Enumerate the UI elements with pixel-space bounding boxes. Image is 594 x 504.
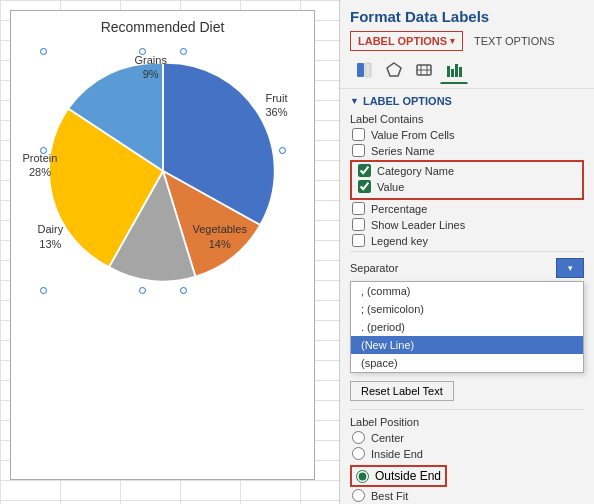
chart-container[interactable]: Recommended Diet bbox=[10, 10, 315, 480]
label-show-leader[interactable]: Show Leader Lines bbox=[371, 219, 465, 231]
label-dairy: Dairy 13% bbox=[38, 222, 64, 251]
rb-outside-end[interactable] bbox=[356, 470, 369, 483]
size-icon bbox=[415, 61, 433, 79]
cb-series-name[interactable] bbox=[352, 144, 365, 157]
separator-arrow: ▾ bbox=[568, 263, 573, 273]
sep-option-newline[interactable]: (New Line) bbox=[351, 336, 583, 354]
panel-header: Format Data Labels LABEL OPTIONS ▾ TEXT … bbox=[340, 0, 594, 89]
radio-row-inside-end: Inside End bbox=[350, 447, 584, 460]
tab-label-options-arrow: ▾ bbox=[450, 36, 455, 46]
rb-center[interactable] bbox=[352, 431, 365, 444]
label-vegetables: Vegetables 14% bbox=[193, 222, 247, 251]
spreadsheet-area: Recommended Diet bbox=[0, 0, 340, 504]
checkbox-row-percentage: Percentage bbox=[350, 202, 584, 215]
label-grains: Grains 9% bbox=[135, 53, 167, 82]
tab-text-options[interactable]: TEXT OPTIONS bbox=[467, 32, 561, 50]
sep-option-period[interactable]: . (period) bbox=[351, 318, 583, 336]
svg-rect-1 bbox=[365, 63, 371, 77]
checkbox-row-category-name: Category Name bbox=[356, 164, 578, 177]
separator-dropdown[interactable]: ▾ bbox=[556, 258, 584, 278]
handle-right[interactable] bbox=[279, 147, 286, 154]
svg-rect-8 bbox=[451, 69, 454, 77]
checkbox-row-series-name: Series Name bbox=[350, 144, 584, 157]
reset-label-text-btn[interactable]: Reset Label Text bbox=[350, 381, 454, 401]
cb-value[interactable] bbox=[358, 180, 371, 193]
section-header-label-options[interactable]: ▼ LABEL OPTIONS bbox=[350, 95, 584, 107]
shape-icon bbox=[385, 61, 403, 79]
label-contains-title: Label Contains bbox=[350, 113, 584, 125]
checkbox-row-value: Value bbox=[356, 180, 578, 193]
section-title: LABEL OPTIONS bbox=[363, 95, 452, 107]
fill-icon-btn[interactable] bbox=[350, 56, 378, 84]
fill-icon bbox=[355, 61, 373, 79]
tab-row: LABEL OPTIONS ▾ TEXT OPTIONS bbox=[350, 31, 584, 51]
cb-value-cells[interactable] bbox=[352, 128, 365, 141]
format-data-labels-panel: Format Data Labels LABEL OPTIONS ▾ TEXT … bbox=[340, 0, 594, 504]
handle-bottom-left[interactable] bbox=[40, 287, 47, 294]
chart-title: Recommended Diet bbox=[101, 19, 225, 35]
sep-option-space[interactable]: (space) bbox=[351, 354, 583, 372]
panel-body-wrapper: ▼ LABEL OPTIONS Label Contains Value Fro… bbox=[340, 89, 594, 504]
handle-bottom-right[interactable] bbox=[180, 287, 187, 294]
label-category-name[interactable]: Category Name bbox=[377, 165, 454, 177]
sep-option-comma[interactable]: , (comma) bbox=[351, 282, 583, 300]
label-series-name[interactable]: Series Name bbox=[371, 145, 435, 157]
cb-legend-key[interactable] bbox=[352, 234, 365, 247]
tab-label-options[interactable]: LABEL OPTIONS ▾ bbox=[350, 31, 463, 51]
checkbox-row-legend-key: Legend key bbox=[350, 234, 584, 247]
outside-end-row: Outside End bbox=[350, 465, 447, 487]
sep-option-semicolon[interactable]: ; (semicolon) bbox=[351, 300, 583, 318]
rb-inside-end[interactable] bbox=[352, 447, 365, 460]
cb-percentage[interactable] bbox=[352, 202, 365, 215]
chart-icon bbox=[445, 61, 463, 79]
size-icon-btn[interactable] bbox=[410, 56, 438, 84]
label-inside-end[interactable]: Inside End bbox=[371, 448, 423, 460]
separator-popup: , (comma) ; (semicolon) . (period) (New … bbox=[350, 281, 584, 373]
radio-row-center: Center bbox=[350, 431, 584, 444]
label-value[interactable]: Value bbox=[377, 181, 404, 193]
shape-icon-btn[interactable] bbox=[380, 56, 408, 84]
label-position-title: Label Position bbox=[350, 416, 584, 428]
cb-show-leader[interactable] bbox=[352, 218, 365, 231]
radio-row-best-fit: Best Fit bbox=[350, 489, 584, 502]
panel-body: ▼ LABEL OPTIONS Label Contains Value Fro… bbox=[340, 89, 594, 504]
icon-row bbox=[350, 50, 584, 88]
label-best-fit[interactable]: Best Fit bbox=[371, 490, 408, 502]
section-triangle: ▼ bbox=[350, 96, 359, 106]
label-value-cells[interactable]: Value From Cells bbox=[371, 129, 455, 141]
svg-rect-0 bbox=[357, 63, 364, 77]
checkbox-row-show-leader: Show Leader Lines bbox=[350, 218, 584, 231]
label-percentage[interactable]: Percentage bbox=[371, 203, 427, 215]
pie-svg bbox=[43, 51, 283, 291]
svg-rect-9 bbox=[455, 64, 458, 77]
handle-top-right[interactable] bbox=[180, 48, 187, 55]
divider-1 bbox=[350, 251, 584, 252]
rb-best-fit[interactable] bbox=[352, 489, 365, 502]
handle-top-left[interactable] bbox=[40, 48, 47, 55]
checkbox-row-value-cells: Value From Cells bbox=[350, 128, 584, 141]
separator-label: Separator bbox=[350, 262, 398, 274]
svg-rect-7 bbox=[447, 66, 450, 77]
divider-2 bbox=[350, 409, 584, 410]
highlight-group: Category Name Value bbox=[350, 160, 584, 200]
label-outside-end[interactable]: Outside End bbox=[375, 469, 441, 483]
separator-popup-wrapper: , (comma) ; (semicolon) . (period) (New … bbox=[350, 281, 584, 373]
panel-title: Format Data Labels bbox=[350, 8, 584, 25]
cb-category-name[interactable] bbox=[358, 164, 371, 177]
label-fruit: Fruit 36% bbox=[265, 91, 287, 120]
handle-bottom[interactable] bbox=[139, 287, 146, 294]
chart-icon-btn[interactable] bbox=[440, 56, 468, 84]
separator-row: Separator ▾ bbox=[350, 258, 584, 278]
pie-chart[interactable]: Grains 9% Fruit 36% Vegetables 14% Dairy… bbox=[43, 51, 283, 291]
svg-rect-10 bbox=[459, 67, 462, 77]
label-center[interactable]: Center bbox=[371, 432, 404, 444]
svg-marker-2 bbox=[387, 63, 401, 76]
label-protein: Protein 28% bbox=[23, 151, 58, 180]
label-legend-key[interactable]: Legend key bbox=[371, 235, 428, 247]
tab-label-options-text: LABEL OPTIONS bbox=[358, 35, 447, 47]
